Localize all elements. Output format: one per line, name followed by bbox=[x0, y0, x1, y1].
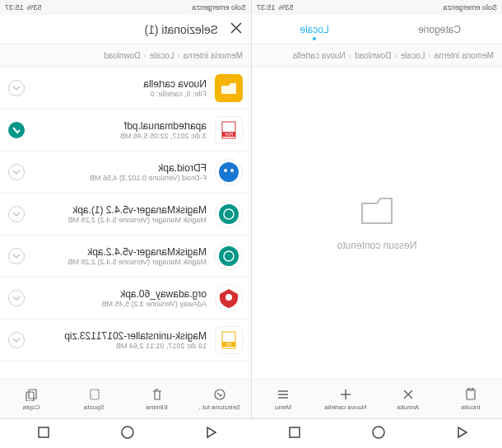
svg-point-7 bbox=[224, 169, 227, 172]
nav-back-button[interactable] bbox=[199, 424, 219, 444]
svg-rect-18 bbox=[29, 390, 36, 399]
svg-point-5 bbox=[219, 162, 239, 182]
svg-point-16 bbox=[215, 390, 225, 399]
svg-point-6 bbox=[230, 169, 234, 172]
nav-home-button[interactable] bbox=[367, 424, 387, 444]
file-checkbox[interactable] bbox=[8, 164, 25, 180]
tab-categorie[interactable]: Categorie bbox=[377, 15, 502, 44]
svg-rect-19 bbox=[26, 392, 34, 401]
carrier-text: Solo emergenza bbox=[192, 3, 246, 12]
svg-point-10 bbox=[219, 246, 239, 266]
menu-icon bbox=[276, 387, 291, 402]
breadcrumb: Memoria interna › Locale › Download bbox=[0, 44, 251, 68]
file-meta: File: 0, cartelle: 0 bbox=[31, 90, 207, 98]
file-name: Nuova cartella bbox=[31, 78, 207, 90]
apk-magisk-icon bbox=[215, 200, 243, 228]
pdf-icon: PDF bbox=[215, 116, 243, 144]
file-checkbox[interactable] bbox=[8, 248, 25, 264]
nav-home-button[interactable] bbox=[116, 424, 136, 444]
file-checkbox[interactable] bbox=[8, 290, 25, 306]
file-meta: Magisk Manager (Versione 5.4.2) 2,28 MB bbox=[31, 216, 207, 224]
crumb-item[interactable]: Locale bbox=[397, 51, 428, 60]
folder-empty-icon bbox=[359, 195, 395, 230]
nav-back-button[interactable] bbox=[450, 424, 470, 444]
file-name: MagiskManager-v5.4.2 (1).apk bbox=[31, 204, 207, 216]
file-row[interactable]: ZIPMagisk-uninstaller-20171123.zip19 dic… bbox=[0, 320, 251, 362]
move-button[interactable]: Sposta bbox=[63, 380, 125, 418]
tab-locale[interactable]: Locale bbox=[252, 15, 377, 44]
apk-adaway-icon bbox=[215, 284, 243, 312]
bottom-toolbar: Seleziona tut.. Elimina Sposta Copia bbox=[0, 379, 251, 418]
file-meta: F-Droid (Versione 0.102.3) 4,56 MB bbox=[31, 174, 207, 182]
paste-icon bbox=[463, 387, 478, 402]
close-icon bbox=[401, 387, 416, 402]
copy-icon bbox=[24, 387, 39, 402]
move-icon bbox=[86, 387, 101, 402]
close-selection-button[interactable] bbox=[230, 21, 243, 38]
crumb-item[interactable]: Memoria interna bbox=[180, 51, 246, 60]
select-all-icon bbox=[212, 387, 227, 402]
file-list: Nuova cartellaFile: 0, cartelle: 0PDFapa… bbox=[0, 68, 251, 379]
time-text: 15:37 bbox=[257, 3, 276, 12]
svg-rect-17 bbox=[91, 390, 99, 399]
svg-point-12 bbox=[225, 294, 232, 301]
apk-fdroid-icon bbox=[215, 158, 243, 186]
delete-button[interactable]: Elimina bbox=[126, 380, 188, 418]
carrier-text: Solo emergenza bbox=[443, 3, 497, 12]
plus-icon bbox=[338, 387, 353, 402]
file-row[interactable]: org.adaway_60.apkAdAway (Versione 3.2) 5… bbox=[0, 278, 251, 320]
close-icon bbox=[230, 21, 243, 35]
svg-text:ZIP: ZIP bbox=[225, 342, 231, 347]
file-name: MagiskManager-v5.4.2.apk bbox=[31, 246, 207, 258]
file-name: apartedmanual.pdf bbox=[31, 120, 207, 132]
file-row[interactable]: PDFapartedmanual.pdf3 dic 2017, 22:05 5,… bbox=[0, 110, 251, 152]
tab-bar: Categorie Locale bbox=[252, 15, 502, 44]
file-row[interactable]: MagiskManager-v5.4.2.apkMagisk Manager (… bbox=[0, 236, 251, 278]
nav-recent-button[interactable] bbox=[283, 424, 303, 444]
crumb-item[interactable]: Locale bbox=[146, 51, 177, 60]
file-meta: Magisk Manager (Versione 5.4.2) 2,28 MB bbox=[31, 258, 207, 266]
file-name: org.adaway_60.apk bbox=[31, 288, 207, 300]
new-folder-button[interactable]: Nuova cartella bbox=[314, 380, 377, 418]
file-checkbox[interactable] bbox=[8, 122, 25, 138]
svg-rect-23 bbox=[39, 427, 49, 437]
file-checkbox[interactable] bbox=[8, 80, 25, 96]
zip-icon: ZIP bbox=[215, 326, 243, 354]
file-checkbox[interactable] bbox=[8, 332, 25, 348]
selection-title: Selezionati (1) bbox=[145, 23, 219, 36]
system-nav-bar bbox=[0, 418, 502, 448]
select-all-button[interactable]: Seleziona tut.. bbox=[188, 380, 251, 418]
file-meta: AdAway (Versione 3.2) 5,45 MB bbox=[31, 300, 207, 308]
svg-rect-21 bbox=[290, 427, 300, 437]
menu-button[interactable]: Menu bbox=[252, 380, 314, 418]
time-text: 15:37 bbox=[5, 3, 24, 12]
nav-recent-button[interactable] bbox=[32, 424, 52, 444]
file-row[interactable]: Nuova cartellaFile: 0, cartelle: 0 bbox=[0, 68, 251, 110]
breadcrumb: Memoria interna › Locale › Download › Nu… bbox=[252, 44, 502, 68]
status-bar: Solo emergenza 53% 15:37 bbox=[252, 0, 502, 15]
file-row[interactable]: FDroid.apkF-Droid (Versione 0.102.3) 4,5… bbox=[0, 152, 251, 194]
battery-text: 53% bbox=[27, 3, 42, 12]
crumb-item[interactable]: Download bbox=[100, 51, 143, 60]
apk-magisk-icon bbox=[215, 242, 243, 270]
file-row[interactable]: MagiskManager-v5.4.2 (1).apkMagisk Manag… bbox=[0, 194, 251, 236]
status-bar: Solo emergenza 53% 15:37 bbox=[0, 0, 251, 15]
crumb-item[interactable]: Download bbox=[351, 51, 394, 60]
svg-point-22 bbox=[122, 427, 133, 438]
file-name: FDroid.apk bbox=[31, 162, 207, 174]
file-meta: 19 dic 2017, 01:11 2,64 MB bbox=[31, 342, 207, 350]
svg-point-20 bbox=[373, 427, 384, 438]
file-name: Magisk-uninstaller-20171123.zip bbox=[31, 330, 207, 342]
file-checkbox[interactable] bbox=[8, 206, 25, 222]
copy-button[interactable]: Copia bbox=[0, 380, 63, 418]
svg-point-8 bbox=[219, 204, 239, 224]
battery-text: 53% bbox=[279, 3, 294, 12]
selection-header: Selezionati (1) bbox=[0, 15, 251, 44]
svg-rect-0 bbox=[467, 390, 475, 399]
empty-state: Nessun contenuto bbox=[252, 68, 502, 379]
trash-icon bbox=[150, 387, 165, 402]
paste-button[interactable]: Incolla bbox=[439, 380, 502, 418]
crumb-item[interactable]: Memoria interna bbox=[431, 51, 497, 60]
crumb-item[interactable]: Nuova cartella bbox=[290, 51, 349, 60]
cancel-button[interactable]: Annulla bbox=[377, 380, 439, 418]
